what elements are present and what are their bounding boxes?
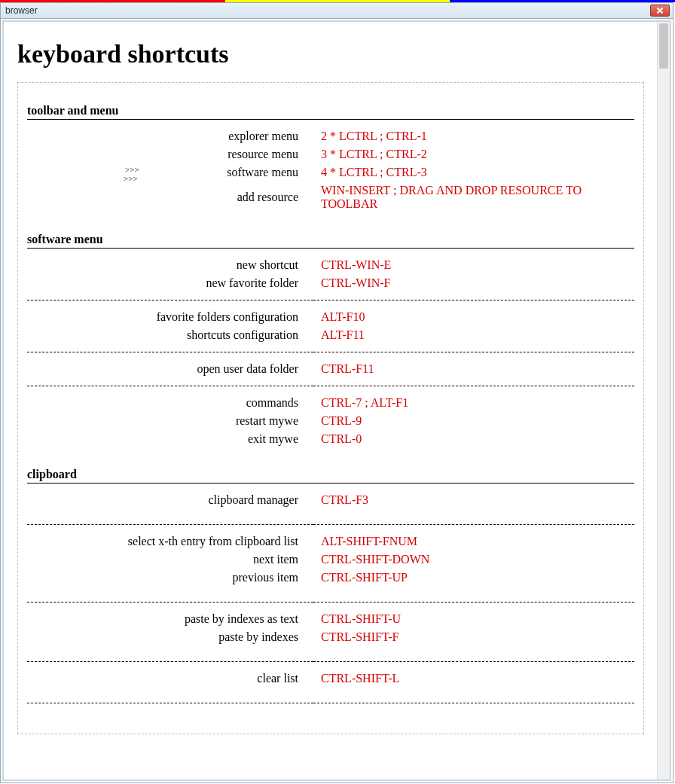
shortcut-label: restart mywe (27, 412, 313, 430)
scrollbar[interactable] (657, 22, 670, 779)
shortcut-value: CTRL-SHIFT-F (313, 628, 634, 646)
shortcut-label: favorite folders configuration (27, 308, 313, 326)
table-row: favorite folders configurationALT-F10 (27, 308, 634, 326)
shortcut-label: clipboard manager (27, 491, 313, 509)
shortcut-label: new favorite folder (27, 274, 313, 292)
table-row: open user data folderCTRL-F11 (27, 360, 634, 378)
close-icon[interactable] (650, 5, 670, 17)
shortcut-value: CTRL-WIN-F (313, 274, 634, 292)
shortcut-label: explorer menu (27, 127, 313, 145)
page-title: keyboard shortcuts (17, 40, 644, 69)
table-row: paste by indexes as textCTRL-SHIFT-U (27, 610, 634, 628)
section-title: toolbar and menu (27, 104, 634, 117)
table-row: next itemCTRL-SHIFT-DOWN (27, 551, 634, 569)
shortcut-value: CTRL-F3 (313, 491, 634, 509)
shortcut-label: open user data folder (27, 360, 313, 378)
table-row: commandsCTRL-7 ; ALT-F1 (27, 394, 634, 412)
shortcut-label: select x-th entry from clipboard list (27, 532, 313, 551)
shortcut-value: CTRL-9 (313, 412, 634, 430)
sections-container: toolbar and menuexplorer menu2 * LCTRL ;… (17, 82, 644, 734)
table-row: clipboard managerCTRL-F3 (27, 491, 634, 509)
top-color-strip (0, 0, 675, 2)
shortcut-value: CTRL-SHIFT-U (313, 610, 634, 628)
table-row: new shortcutCTRL-WIN-E (27, 256, 634, 274)
shortcut-value: ALT-F10 (313, 308, 634, 326)
shortcut-label: shortcuts configuration (27, 326, 313, 344)
shortcut-label: commands (27, 394, 313, 412)
shortcut-label: next item (27, 551, 313, 569)
shortcut-value: CTRL-SHIFT-DOWN (313, 551, 634, 569)
shortcut-value: CTRL-7 ; ALT-F1 (313, 394, 634, 412)
table-row: exit myweCTRL-0 (27, 430, 634, 448)
window: browser keyboard shortcuts toolbar and m… (0, 2, 673, 783)
shortcut-value: 4 * LCTRL ; CTRL-3 (313, 163, 634, 182)
shortcut-value: CTRL-F11 (313, 360, 634, 378)
table-row: resource menu3 * LCTRL ; CTRL-2 (27, 145, 634, 163)
table-row: add resourceWIN-INSERT ; DRAG AND DROP R… (27, 182, 634, 213)
shortcut-label: clear list (27, 670, 313, 688)
table-row: new favorite folderCTRL-WIN-F (27, 274, 634, 292)
table-row: shortcuts configurationALT-F11 (27, 326, 634, 344)
table-row: select x-th entry from clipboard listALT… (27, 532, 634, 551)
shortcut-label: paste by indexes (27, 628, 313, 646)
shortcut-label: paste by indexes as text (27, 610, 313, 628)
shortcut-table: clipboard managerCTRL-F3select x-th entr… (27, 483, 634, 703)
titlebar: browser (1, 3, 673, 19)
section-title: clipboard (27, 468, 634, 481)
shortcut-value: 3 * LCTRL ; CTRL-2 (313, 145, 634, 163)
shortcut-value: CTRL-SHIFT-UP (313, 569, 634, 587)
shortcut-label: new shortcut (27, 256, 313, 274)
marker-icon: >>> (125, 165, 139, 174)
shortcut-label: resource menu (27, 145, 313, 163)
content: keyboard shortcuts toolbar and menuexplo… (4, 22, 658, 779)
shortcut-value: CTRL-WIN-E (313, 256, 634, 274)
section-title: software menu (27, 233, 634, 246)
shortcut-value: WIN-INSERT ; DRAG AND DROP RESOURCE TO T… (313, 182, 634, 213)
shortcut-label: exit mywe (27, 430, 313, 448)
table-row: explorer menu2 * LCTRL ; CTRL-1 (27, 127, 634, 145)
shortcut-label: previous item (27, 569, 313, 587)
table-row: paste by indexesCTRL-SHIFT-F (27, 628, 634, 646)
client-area: keyboard shortcuts toolbar and menuexplo… (2, 20, 671, 781)
table-row: previous itemCTRL-SHIFT-UP (27, 569, 634, 587)
scrollbar-thumb[interactable] (659, 23, 668, 69)
shortcut-value: ALT-SHIFT-FNUM (313, 532, 634, 551)
shortcut-table: explorer menu2 * LCTRL ; CTRL-1resource … (27, 119, 634, 221)
shortcut-value: CTRL-SHIFT-L (313, 670, 634, 688)
shortcut-value: 2 * LCTRL ; CTRL-1 (313, 127, 634, 145)
table-row: clear listCTRL-SHIFT-L (27, 670, 634, 688)
window-title: browser (5, 5, 38, 16)
shortcut-table: new shortcutCTRL-WIN-Enew favorite folde… (27, 248, 634, 456)
shortcut-value: ALT-F11 (313, 326, 634, 344)
shortcut-label: add resource (27, 182, 313, 213)
shortcut-value: CTRL-0 (313, 430, 634, 448)
table-row: software menu>>>>>>4 * LCTRL ; CTRL-3 (27, 163, 634, 182)
table-row: restart myweCTRL-9 (27, 412, 634, 430)
shortcut-label: software menu>>>>>> (27, 163, 313, 182)
